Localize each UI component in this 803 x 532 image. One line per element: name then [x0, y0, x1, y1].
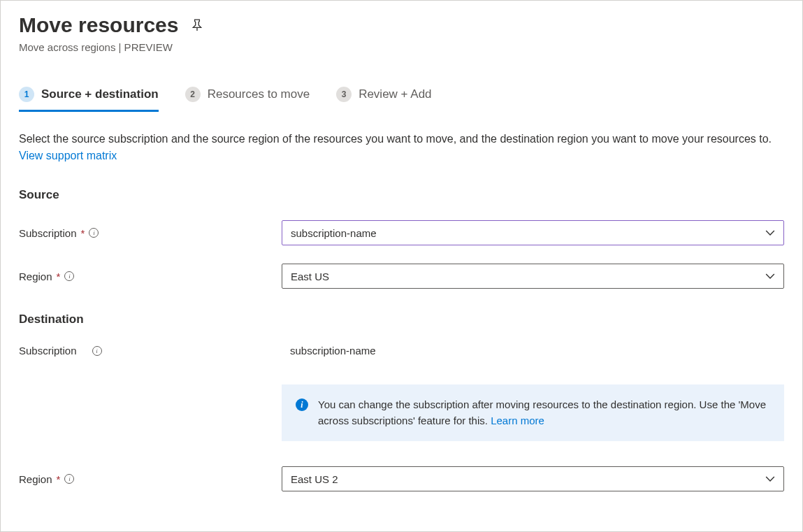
info-icon[interactable]: i: [64, 271, 74, 281]
dropdown-value: East US 2: [291, 473, 338, 485]
info-message-text: You can change the subscription after mo…: [318, 397, 770, 429]
destination-subscription-label: Subscription: [19, 345, 77, 357]
description-text: Select the source subscription and the s…: [19, 131, 784, 164]
source-region-label: Region: [19, 271, 52, 282]
tab-number: 3: [336, 87, 352, 102]
source-subscription-row: Subscription * i subscription-name: [19, 220, 784, 245]
source-subscription-dropdown[interactable]: subscription-name: [282, 220, 784, 245]
label-wrap: Subscription * i: [19, 227, 282, 239]
info-icon[interactable]: i: [64, 474, 74, 484]
required-marker: *: [81, 227, 85, 239]
tab-label: Source + destination: [41, 87, 159, 101]
info-icon[interactable]: i: [89, 228, 99, 238]
dropdown-value: East US: [291, 271, 329, 282]
source-subscription-label: Subscription: [19, 227, 77, 239]
wizard-tabs: 1 Source + destination 2 Resources to mo…: [19, 87, 784, 111]
chevron-down-icon: [765, 474, 775, 484]
required-marker: *: [57, 271, 61, 282]
view-support-matrix-link[interactable]: View support matrix: [19, 150, 117, 161]
info-message-box: i You can change the subscription after …: [282, 384, 784, 441]
tab-label: Review + Add: [359, 87, 431, 101]
dropdown-value: subscription-name: [291, 227, 377, 239]
learn-more-link[interactable]: Learn more: [491, 415, 544, 426]
info-icon[interactable]: i: [92, 346, 102, 356]
label-wrap: Subscription i: [19, 345, 282, 357]
chevron-down-icon: [765, 271, 775, 281]
destination-subscription-row: Subscription i subscription-name: [19, 345, 784, 357]
info-circle-icon: i: [296, 398, 308, 411]
chevron-down-icon: [765, 228, 775, 238]
header-row: Move resources: [19, 13, 784, 37]
page-container: Move resources Move across regions | PRE…: [0, 0, 803, 532]
tab-number: 2: [185, 87, 201, 102]
source-region-dropdown[interactable]: East US: [282, 264, 784, 289]
tab-resources-to-move[interactable]: 2 Resources to move: [185, 87, 310, 110]
destination-region-dropdown[interactable]: East US 2: [282, 466, 784, 491]
destination-region-label: Region: [19, 473, 52, 485]
tab-source-destination[interactable]: 1 Source + destination: [19, 87, 159, 110]
pin-icon[interactable]: [191, 19, 203, 31]
tab-review-add[interactable]: 3 Review + Add: [336, 87, 431, 110]
page-subtitle: Move across regions | PREVIEW: [19, 41, 784, 53]
source-heading: Source: [19, 188, 784, 202]
tab-label: Resources to move: [208, 87, 310, 101]
destination-subscription-value: subscription-name: [282, 345, 376, 357]
description-body: Select the source subscription and the s…: [19, 133, 772, 145]
source-region-row: Region * i East US: [19, 264, 784, 289]
tab-number: 1: [19, 87, 34, 102]
page-title: Move resources: [19, 13, 178, 37]
destination-region-row: Region * i East US 2: [19, 466, 784, 491]
label-wrap: Region * i: [19, 271, 282, 282]
required-marker: *: [57, 473, 61, 485]
destination-heading: Destination: [19, 312, 784, 326]
label-wrap: Region * i: [19, 473, 282, 485]
